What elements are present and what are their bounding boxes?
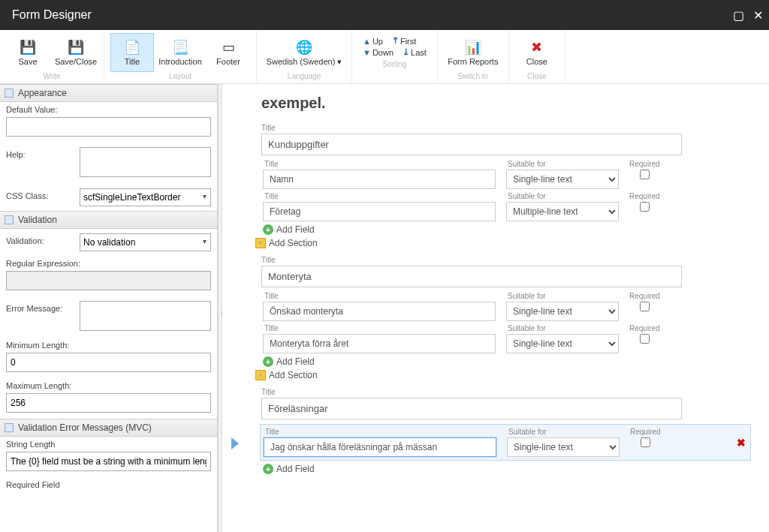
field-title-input[interactable]	[263, 302, 496, 321]
add-section-icon: +	[255, 370, 266, 380]
max-length-label: Maximum Length:	[6, 381, 211, 390]
selection-arrow-icon	[231, 437, 239, 449]
help-input[interactable]	[80, 147, 211, 177]
language-button[interactable]: 🌐 Swedish (Sweden) ▾	[263, 33, 345, 72]
required-checkbox[interactable]	[641, 437, 650, 447]
section-title-input[interactable]	[261, 134, 682, 155]
ribbon-group-label: Language	[288, 72, 321, 80]
sort-down-button[interactable]: ▼Down	[363, 47, 394, 57]
css-class-label: CSS Class:	[6, 188, 74, 200]
suitable-for-select[interactable]: Single-line text Multiple-line text	[506, 170, 619, 189]
required-label: Required	[629, 324, 660, 332]
string-length-input[interactable]	[6, 452, 211, 471]
appearance-header[interactable]: Appearance	[0, 84, 217, 102]
validation-header[interactable]: Validation	[0, 211, 217, 229]
save-close-button[interactable]: 💾 Save/Close	[54, 33, 98, 72]
properties-panel: Appearance Default Value: Help: CSS Clas…	[0, 84, 218, 532]
add-section-icon: +	[255, 238, 266, 248]
required-field-label: Required Field	[6, 480, 211, 489]
default-value-input[interactable]	[6, 117, 211, 137]
add-field-button[interactable]: +Add Field	[263, 224, 751, 235]
suitable-for-select[interactable]: Single-line text Multiple-line text	[506, 302, 619, 321]
reports-icon: 📊	[465, 39, 481, 56]
window-maximize-icon[interactable]: ▢	[733, 8, 744, 23]
ribbon-group-label: Close	[527, 72, 547, 80]
ribbon-group-switch: 📊 Form Reports Switch to	[438, 30, 509, 83]
error-message-input[interactable]	[80, 301, 211, 331]
plus-icon: +	[263, 224, 273, 235]
layout-footer-button[interactable]: ▭ Footer	[207, 33, 250, 72]
save-close-icon: 💾	[68, 39, 84, 56]
suitable-for-label: Suitable for	[508, 428, 620, 436]
field-row[interactable]: Title Suitable for Single-line text Mult…	[263, 192, 751, 221]
sort-up-button[interactable]: ▲Up	[363, 36, 383, 46]
mvc-header[interactable]: Validation Error Messages (MVC)	[0, 419, 217, 437]
field-title-input[interactable]	[264, 437, 496, 457]
required-label: Required	[629, 292, 660, 300]
required-checkbox[interactable]	[640, 302, 650, 311]
required-checkbox[interactable]	[640, 170, 650, 179]
max-length-input[interactable]	[6, 393, 211, 413]
ribbon-group-label: Layout	[169, 72, 191, 80]
section-title-input[interactable]	[261, 266, 682, 287]
section-title-input[interactable]	[261, 398, 682, 419]
section-title-label: Title	[261, 388, 751, 396]
title-icon: 📄	[124, 39, 140, 56]
add-section-button[interactable]: +Add Section	[255, 370, 751, 380]
suitable-for-select[interactable]: Single-line text Multiple-line text	[507, 437, 620, 457]
add-field-button[interactable]: +Add Field	[263, 356, 751, 367]
field-row[interactable]: Title Suitable for Single-line text Mult…	[263, 160, 751, 189]
language-label: Swedish (Sweden) ▾	[267, 57, 342, 67]
required-checkbox[interactable]	[640, 334, 650, 344]
layout-title-button[interactable]: 📄 Title	[110, 33, 154, 72]
suitable-for-select[interactable]: Single-line text Multiple-line text	[506, 334, 619, 353]
css-class-input[interactable]	[80, 188, 211, 206]
required-checkbox[interactable]	[640, 202, 650, 212]
save-label: Save	[18, 57, 37, 66]
field-title-input[interactable]	[263, 334, 496, 353]
validation-select[interactable]	[80, 233, 211, 251]
layout-introduction-button[interactable]: 📃 Introduction	[158, 33, 202, 72]
sort-last-button[interactable]: ⤓Last	[403, 47, 427, 57]
field-title-label: Title	[265, 428, 496, 436]
globe-icon: 🌐	[296, 39, 312, 56]
section-title-label: Title	[261, 256, 751, 264]
ribbon-group-language: 🌐 Swedish (Sweden) ▾ Language	[257, 30, 352, 83]
add-section-button[interactable]: +Add Section	[255, 238, 751, 248]
field-row[interactable]: Title Suitable for Single-line text Mult…	[263, 292, 751, 321]
plus-icon: +	[263, 464, 273, 474]
regex-label: Regular Expression:	[6, 259, 211, 268]
sort-first-button[interactable]: ⤒First	[392, 36, 416, 46]
field-title-input[interactable]	[263, 170, 496, 189]
field-title-label: Title	[264, 292, 496, 300]
section-title-label: Title	[261, 124, 751, 132]
suitable-for-select[interactable]: Single-line text Multiple-line text	[506, 202, 619, 221]
field-row[interactable]: Title Suitable for Single-line text Mult…	[260, 424, 751, 461]
regex-input	[6, 271, 211, 290]
add-field-button[interactable]: +Add Field	[263, 464, 751, 474]
window-close-icon[interactable]: ✕	[753, 8, 763, 23]
min-length-input[interactable]	[6, 353, 211, 372]
suitable-for-label: Suitable for	[508, 324, 619, 332]
close-icon: ✖	[531, 39, 542, 56]
field-row[interactable]: Title Suitable for Single-line text Mult…	[263, 324, 751, 353]
field-title-input[interactable]	[263, 202, 496, 221]
required-label: Required	[630, 428, 661, 436]
layout-footer-label: Footer	[216, 57, 240, 66]
save-icon: 💾	[20, 39, 36, 56]
ribbon-group-write: 💾 Save 💾 Save/Close Write	[0, 30, 104, 83]
save-button[interactable]: 💾 Save	[6, 33, 50, 72]
suitable-for-label: Suitable for	[508, 292, 619, 300]
validation-label: Validation:	[6, 233, 74, 245]
ribbon: 💾 Save 💾 Save/Close Write 📄 Title 📃 Intr…	[0, 30, 769, 84]
workspace: Appearance Default Value: Help: CSS Clas…	[0, 84, 769, 532]
ribbon-group-label: Sorting	[383, 60, 407, 68]
delete-field-icon[interactable]: ✖	[737, 437, 746, 449]
close-button[interactable]: ✖ Close	[515, 33, 559, 72]
form-reports-button[interactable]: 📊 Form Reports	[444, 33, 502, 72]
min-length-label: Minimum Length:	[6, 341, 211, 350]
field-title-label: Title	[264, 160, 496, 168]
layout-introduction-label: Introduction	[158, 57, 201, 66]
help-label: Help:	[6, 147, 74, 159]
suitable-for-label: Suitable for	[508, 160, 619, 168]
